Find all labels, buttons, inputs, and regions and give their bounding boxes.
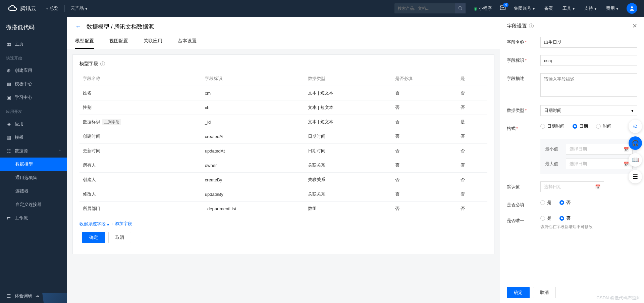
cell: _id <box>202 115 305 129</box>
table-row[interactable]: 姓名xm文本 | 短文本否否 <box>79 86 487 100</box>
breadcrumb: ← 数据模型 / 腾讯文档数据源 <box>67 17 500 34</box>
sidebar-title: 微搭低代码 <box>0 17 67 37</box>
default-label: 默认值 <box>507 181 540 190</box>
sidebar-datasource[interactable]: ☷数据源⌃ <box>0 144 67 158</box>
panel-title: 字段设置 i <box>507 23 534 29</box>
nav-overview[interactable]: ⌂ 总览 <box>41 0 63 17</box>
table-row[interactable]: 创建人createBy关联关系否否 <box>79 173 487 187</box>
chevron-down-icon: ▾ <box>85 6 88 11</box>
brand-logo[interactable]: 腾讯云 <box>3 4 41 13</box>
required-yes[interactable]: 是 <box>540 200 551 206</box>
cell: 否 <box>392 202 457 216</box>
sidebar-create-app[interactable]: ⊕创建应用 <box>0 64 67 77</box>
sidebar-option-set[interactable]: 通用选项集 <box>0 171 67 184</box>
cell: 关联关系 <box>305 173 392 187</box>
cell: 否 <box>392 158 457 173</box>
collapse-system-fields[interactable]: 收起系统字段 ▴ <box>79 221 109 227</box>
tab-model-config[interactable]: 模型配置 <box>75 34 94 49</box>
feedback-button[interactable]: ☺ <box>629 120 642 133</box>
field-name-cell: 修改人 <box>79 187 202 202</box>
field-name-cell: 性别 <box>79 100 202 115</box>
nav-products[interactable]: 云产品 ▾ <box>66 0 92 17</box>
table-header: 数据类型 <box>305 72 392 86</box>
unique-yes[interactable]: 是 <box>540 215 551 221</box>
beian-link[interactable]: 备案 <box>540 0 558 17</box>
unique-no[interactable]: 否 <box>559 215 571 221</box>
tab-view-config[interactable]: 视图配置 <box>109 34 128 49</box>
confirm-button[interactable]: 确定 <box>82 232 105 243</box>
format-radio-time[interactable]: 时间 <box>596 123 611 129</box>
table-row[interactable]: 数据标识主列字段_id文本 | 短文本否是 <box>79 115 487 129</box>
top-header: 腾讯云 ⌂ 总览 云产品 ▾ ◉ 小程序 4 集团账号▾ 备案 工具▾ 支持▾ … <box>0 0 644 17</box>
table-row[interactable]: 所属部门_departmentList数组否否 <box>79 202 487 216</box>
unique-radio-group: 是 否 <box>540 215 637 221</box>
tab-basic-settings[interactable]: 基本设置 <box>178 34 197 49</box>
sidebar-learn-center[interactable]: ▣学习中心 <box>0 91 67 104</box>
cell: updateBy <box>202 187 305 202</box>
tools-dropdown[interactable]: 工具▾ <box>558 0 580 17</box>
panel-confirm-button[interactable]: 确定 <box>507 287 530 298</box>
info-icon[interactable]: i <box>529 24 534 28</box>
primary-tag: 主列字段 <box>102 119 121 125</box>
cell: 数组 <box>305 202 392 216</box>
table-row[interactable]: 修改人updateBy关联关系否否 <box>79 187 487 202</box>
cancel-button[interactable]: 取消 <box>108 232 131 243</box>
messages-icon[interactable]: 4 <box>496 5 509 12</box>
sidebar-templates[interactable]: ▨模板 <box>0 131 67 144</box>
field-settings-panel: 字段设置 i ✕ 字段名称* 字段标识* 字段描述 数据类型* <box>500 17 644 303</box>
account-dropdown[interactable]: 集团账号▾ <box>509 0 540 17</box>
field-name-cell: 数据标识主列字段 <box>79 115 202 129</box>
min-date-input[interactable]: 选择日期📅 <box>566 144 633 155</box>
sidebar-apps[interactable]: ◈应用 <box>0 117 67 131</box>
support-dropdown[interactable]: 支持▾ <box>580 0 601 17</box>
search-wrap <box>394 3 466 13</box>
svg-point-0 <box>459 6 461 9</box>
field-id-input[interactable] <box>540 55 637 66</box>
field-name-input[interactable] <box>540 37 637 48</box>
search-button[interactable] <box>455 3 466 13</box>
sidebar-home[interactable]: ▦主页 <box>0 37 67 51</box>
table-row[interactable]: 创建时间createdAt日期时间否否 <box>79 129 487 144</box>
tab-related-apps[interactable]: 关联应用 <box>144 34 162 49</box>
required-radio-group: 是 否 <box>540 200 637 206</box>
datatype-select[interactable]: 日期时间 ▾ <box>540 105 637 116</box>
sidebar-custom-connector[interactable]: 自定义连接器 <box>0 198 67 211</box>
field-desc-input[interactable] <box>540 73 637 97</box>
docs-button[interactable]: 📖 <box>629 153 642 167</box>
cloud-icon <box>8 4 17 13</box>
sidebar-connector[interactable]: 连接器 <box>0 184 67 198</box>
sidebar-workflow[interactable]: ⇄工作流 <box>0 211 67 225</box>
back-button[interactable]: ← <box>75 23 81 30</box>
panel-cancel-button[interactable]: 取消 <box>533 287 556 298</box>
field-name-cell: 创建人 <box>79 173 202 187</box>
max-date-input[interactable]: 选择日期📅 <box>566 159 633 169</box>
field-name-label: 字段名称* <box>507 37 540 45</box>
table-row[interactable]: 所有人owner关联关系否否 <box>79 158 487 173</box>
default-date-input[interactable]: 选择日期📅 <box>540 181 604 192</box>
format-radio-datetime[interactable]: 日期时间 <box>540 123 565 129</box>
table-row[interactable]: 更新时间updatedAt日期时间否否 <box>79 144 487 158</box>
avatar[interactable] <box>627 3 637 14</box>
support-chat-button[interactable]: 🎧 <box>629 136 642 150</box>
info-icon[interactable]: i <box>100 61 105 66</box>
fee-dropdown[interactable]: 费用▾ <box>601 0 623 17</box>
table-row[interactable]: 性别xb文本 | 短文本否否 <box>79 100 487 115</box>
sidebar-cat-quickstart: 快速开始 <box>0 51 67 64</box>
fields-card: 模型字段 i 字段名称字段标识数据类型是否必填是 姓名xm文本 | 短文本否否性… <box>72 54 494 254</box>
sidebar-template-center[interactable]: ▧模板中心 <box>0 77 67 91</box>
cell: xb <box>202 100 305 115</box>
cell: 否 <box>457 158 487 173</box>
menu-toggle-button[interactable]: ☰ <box>629 170 642 183</box>
main-content: ← 数据模型 / 腾讯文档数据源 模型配置 视图配置 关联应用 基本设置 模型字… <box>67 17 500 303</box>
search-icon <box>458 6 463 10</box>
search-input[interactable] <box>394 3 455 13</box>
add-field-button[interactable]: + 添加字段 <box>111 221 132 227</box>
close-panel-button[interactable]: ✕ <box>632 22 637 30</box>
sidebar-data-model[interactable]: 数据模型 <box>0 158 67 171</box>
miniprogram-link[interactable]: ◉ 小程序 <box>469 0 496 17</box>
format-radio-date[interactable]: 日期 <box>573 123 588 129</box>
unique-hint: 该属性在字段新增后不可修改 <box>540 224 637 230</box>
datatype-label: 数据类型* <box>507 105 540 114</box>
range-block: 最小值 选择日期📅 最大值 选择日期📅 <box>540 139 637 174</box>
required-no[interactable]: 否 <box>559 200 571 206</box>
